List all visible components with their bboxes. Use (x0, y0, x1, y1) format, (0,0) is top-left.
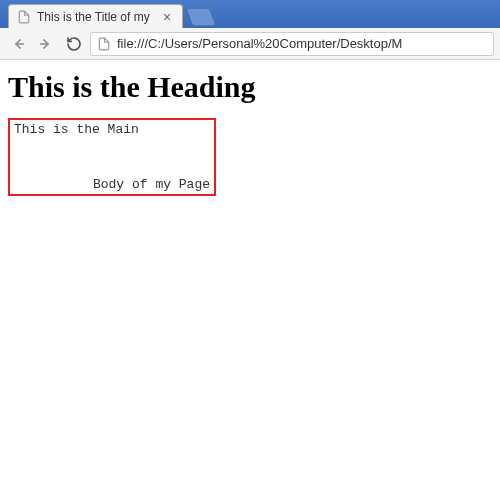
tab-title: This is the Title of my (37, 10, 156, 24)
tab-strip: This is the Title of my × (0, 0, 500, 28)
close-icon[interactable]: × (160, 10, 174, 24)
toolbar: file:///C:/Users/Personal%20Computer/Des… (0, 28, 500, 60)
box-line-1: This is the Main (14, 122, 139, 137)
back-button[interactable] (6, 32, 30, 56)
reload-button[interactable] (62, 32, 86, 56)
browser-window: This is the Title of my × (0, 0, 500, 500)
box-line-2: Body of my Page (93, 177, 210, 192)
main-body-box: This is the Main Body of my Page (8, 118, 216, 196)
file-icon (17, 10, 31, 24)
page-viewport: This is the Heading This is the Main Bod… (0, 60, 500, 500)
url-text: file:///C:/Users/Personal%20Computer/Des… (117, 36, 402, 51)
page-heading: This is the Heading (8, 70, 492, 104)
forward-button[interactable] (34, 32, 58, 56)
file-icon (97, 37, 111, 51)
active-tab[interactable]: This is the Title of my × (8, 4, 183, 28)
address-bar[interactable]: file:///C:/Users/Personal%20Computer/Des… (90, 32, 494, 56)
new-tab-button[interactable] (186, 8, 217, 26)
